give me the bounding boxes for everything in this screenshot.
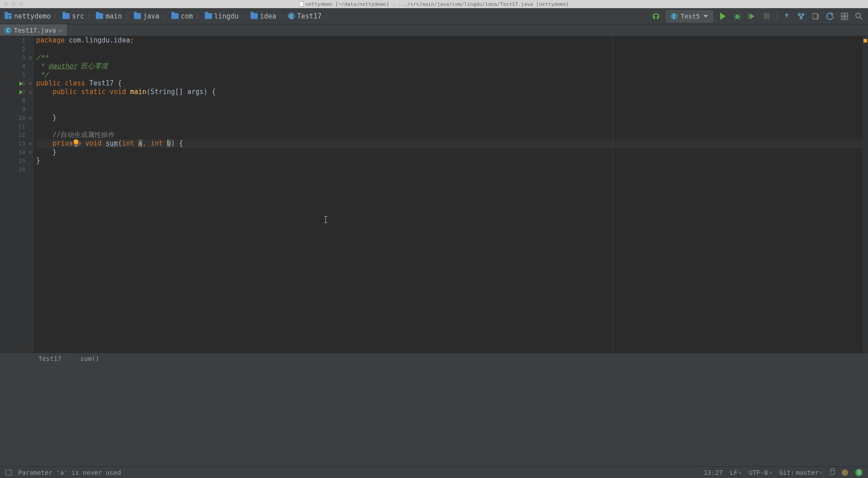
breadcrumb-src[interactable]: src <box>62 12 84 20</box>
breadcrumb-label: lingdu <box>214 12 239 20</box>
folder-icon <box>250 13 258 19</box>
search-everywhere-button[interactable] <box>854 12 863 21</box>
svg-rect-7 <box>845 13 848 16</box>
breadcrumb-project[interactable]: nettydemo <box>5 12 51 20</box>
toolbar-actions: Test5 <box>651 10 863 22</box>
code-editor[interactable]: 1 2 3⊟ 4 5 6⊟ 7⊟ 8 9 10⊟ 11 12 13⊟ 14⊟ 1… <box>0 36 868 353</box>
folder-icon <box>134 13 141 19</box>
line-number: 10 <box>18 114 25 121</box>
chevron-right-icon: 〉 <box>87 12 93 20</box>
chevron-right-icon: 〉 <box>324 12 330 20</box>
file-icon <box>299 1 304 7</box>
code-method-name: sum <box>106 139 118 147</box>
vcs-revert-button[interactable] <box>826 12 835 21</box>
breadcrumb-label: main <box>105 12 122 20</box>
breadcrumb-method[interactable]: sum() <box>80 355 99 362</box>
caret-position[interactable]: 13:27 <box>703 469 722 476</box>
chevron-right-icon: 〉 <box>241 12 248 20</box>
code-content[interactable]: package com.lingdu.idea; /** * @author 匠… <box>34 36 868 353</box>
code-method-name: main <box>130 88 146 96</box>
class-icon <box>5 27 11 34</box>
run-gutter-icon[interactable] <box>19 81 23 86</box>
play-icon <box>720 13 726 20</box>
svg-point-2 <box>798 14 800 15</box>
statusbar-right: 13:27 LF⇅ UTF-8⇅ Git: master ⇅ 1 <box>703 469 863 476</box>
line-number: 15 <box>18 157 25 164</box>
run-configuration-select[interactable]: Test5 <box>666 10 713 22</box>
fold-marker-icon[interactable]: ⊟ <box>29 90 32 95</box>
line-number: 4 <box>22 63 25 70</box>
error-stripe[interactable] <box>863 36 868 353</box>
code-keyword: package <box>36 36 65 44</box>
chevron-right-icon: 〉 <box>53 12 60 20</box>
fold-marker-icon[interactable]: ⊟ <box>29 150 32 155</box>
window-titlebar: nettydemo [~/data/nettydemo] - .../src/m… <box>0 0 868 8</box>
run-gutter-icon[interactable] <box>19 90 23 95</box>
code-keyword: public <box>52 88 77 96</box>
main-toolbar: nettydemo 〉 src 〉 main 〉 java 〉 com 〉 li… <box>0 8 868 24</box>
stop-icon <box>764 13 769 19</box>
inspection-profile-icon[interactable] <box>842 469 848 476</box>
close-tab-icon[interactable]: ✕ <box>59 27 62 34</box>
statusbar-left: Parameter 'a' is never used <box>5 469 121 476</box>
breadcrumb-main[interactable]: main <box>96 12 122 20</box>
coverage-button[interactable] <box>747 12 756 21</box>
code-keyword: static <box>81 88 105 96</box>
breadcrumb-label: com <box>181 12 193 20</box>
breadcrumb-class[interactable]: Test17 <box>38 355 61 362</box>
debug-button[interactable] <box>733 12 742 21</box>
code-keyword: class <box>65 79 85 87</box>
code-param: b <box>167 139 171 147</box>
breadcrumb-idea[interactable]: idea <box>250 12 276 20</box>
code-comment: //自动生成属性操作 <box>52 131 115 139</box>
code-doc-text: 匠心零度 <box>77 62 108 70</box>
maximize-window-icon[interactable] <box>19 2 24 6</box>
folder-icon <box>62 13 70 19</box>
breadcrumb-com[interactable]: com <box>171 12 193 20</box>
code-params: (String[] args) { <box>146 88 216 96</box>
svg-point-4 <box>800 17 802 19</box>
line-number: 13 <box>18 140 25 147</box>
vcs-history-button[interactable] <box>811 12 820 21</box>
breadcrumb-class[interactable]: Test17 <box>288 12 321 20</box>
tab-test17[interactable]: Test17.java ✕ <box>0 24 67 36</box>
status-message: Parameter 'a' is never used <box>18 469 121 476</box>
line-number: 3 <box>22 54 25 61</box>
class-icon <box>671 13 677 19</box>
notification-badge[interactable]: 1 <box>855 469 863 476</box>
git-branch-select[interactable]: Git: master ⇅ <box>779 469 823 476</box>
breadcrumb-lingdu[interactable]: lingdu <box>205 12 239 20</box>
line-number: 9 <box>22 106 25 113</box>
tool-window-toggle-icon[interactable] <box>5 470 12 475</box>
line-number: 2 <box>22 46 25 52</box>
project-structure-button[interactable] <box>840 12 849 21</box>
line-number: 14 <box>18 149 25 156</box>
run-button[interactable] <box>718 12 727 21</box>
traffic-lights <box>0 2 24 6</box>
fold-marker-icon[interactable]: ⊟ <box>29 55 32 60</box>
fold-marker-icon[interactable]: ⊟ <box>29 81 32 86</box>
code-keyword: int <box>122 139 134 147</box>
intention-bulb-icon[interactable] <box>73 139 79 146</box>
warning-marker-icon[interactable] <box>863 39 867 43</box>
class-icon <box>288 13 295 19</box>
build-button[interactable] <box>651 12 660 21</box>
right-margin-line <box>613 36 613 353</box>
vcs-update-button[interactable] <box>782 12 791 21</box>
breadcrumb-label: nettydemo <box>14 12 51 20</box>
stop-button[interactable] <box>762 12 771 21</box>
svg-rect-1 <box>749 14 750 19</box>
breadcrumb-java[interactable]: java <box>134 12 160 20</box>
close-window-icon[interactable] <box>4 2 8 6</box>
fold-marker-icon[interactable]: ⊟ <box>29 141 32 146</box>
minimize-window-icon[interactable] <box>11 2 16 6</box>
fold-marker-icon[interactable]: ⊟ <box>29 115 32 120</box>
line-separator-select[interactable]: LF⇅ <box>730 469 742 476</box>
vcs-commit-button[interactable] <box>797 12 806 21</box>
code-text: com.lingdu.idea <box>65 36 130 44</box>
code-doc-comment: /** <box>36 53 48 62</box>
editor-gutter[interactable]: 1 2 3⊟ 4 5 6⊟ 7⊟ 8 9 10⊟ 11 12 13⊟ 14⊟ 1… <box>0 36 34 353</box>
code-keyword: public <box>36 79 61 87</box>
readonly-lock-icon[interactable] <box>830 470 835 475</box>
encoding-select[interactable]: UTF-8⇅ <box>749 469 772 476</box>
